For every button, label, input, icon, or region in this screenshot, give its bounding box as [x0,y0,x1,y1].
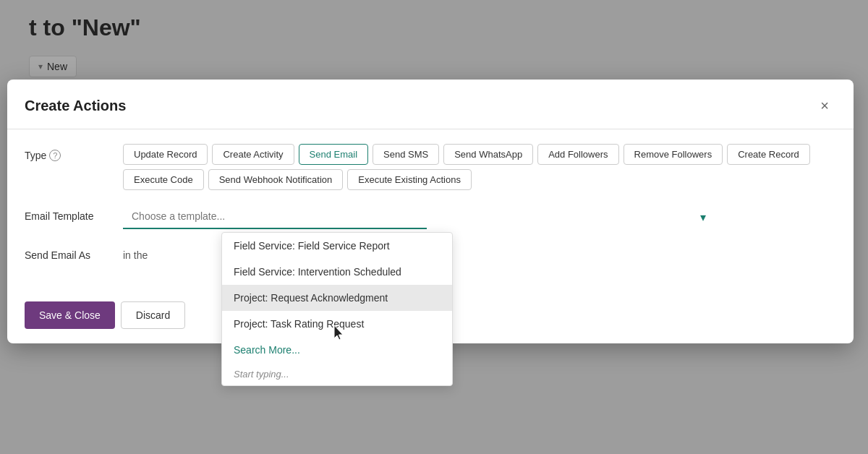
email-template-label: Email Template [25,205,111,222]
template-field-wrapper: ▾ Field Service: Field Service Report Fi… [123,205,836,229]
save-close-button[interactable]: Save & Close [25,301,115,329]
type-btn-create-record[interactable]: Create Record [727,144,810,165]
type-btn-send-email[interactable]: Send Email [299,144,368,165]
modal-header: Create Actions × [7,80,854,129]
type-field-row: Type ? Update Record Create Activity Sen… [25,144,836,190]
type-label: Type ? [25,144,111,161]
email-template-field-row: Email Template ▾ Field Service: Field Se… [25,205,836,229]
type-btn-add-followers[interactable]: Add Followers [537,144,618,165]
type-btn-send-whatsapp[interactable]: Send WhatsApp [443,144,533,165]
type-btn-send-webhook[interactable]: Send Webhook Notification [208,169,344,190]
type-btn-send-sms[interactable]: Send SMS [373,144,439,165]
dropdown-arrow-icon: ▾ [700,210,706,224]
send-email-as-label: Send Email As [25,244,111,261]
dropdown-search-more[interactable]: Search More... [222,337,452,363]
dropdown-item-fs-report[interactable]: Field Service: Field Service Report [222,233,452,259]
template-dropdown: Field Service: Field Service Report Fiel… [221,232,453,386]
send-email-as-text: in the [123,244,148,261]
dropdown-item-proj-ack[interactable]: Project: Request Acknowledgment [222,285,452,311]
modal-body: Type ? Update Record Create Activity Sen… [7,129,854,293]
type-btn-remove-followers[interactable]: Remove Followers [624,144,723,165]
discard-button[interactable]: Discard [121,301,185,329]
type-btn-execute-code[interactable]: Execute Code [123,169,204,190]
create-actions-modal: Create Actions × Type ? Update Record Cr… [7,80,854,343]
type-btn-update-record[interactable]: Update Record [123,144,208,165]
modal-title: Create Actions [25,98,126,114]
type-btn-execute-actions[interactable]: Execute Existing Actions [347,169,472,190]
dropdown-item-proj-task[interactable]: Project: Task Rating Request [222,311,452,337]
close-button[interactable]: × [813,94,836,117]
dropdown-start-typing: Start typing... [222,363,452,385]
type-buttons-group: Update Record Create Activity Send Email… [123,144,836,190]
type-help-icon[interactable]: ? [49,150,61,161]
email-template-input[interactable] [123,205,427,229]
dropdown-item-fs-intervention[interactable]: Field Service: Intervention Scheduled [222,259,452,285]
type-btn-create-activity[interactable]: Create Activity [212,144,294,165]
